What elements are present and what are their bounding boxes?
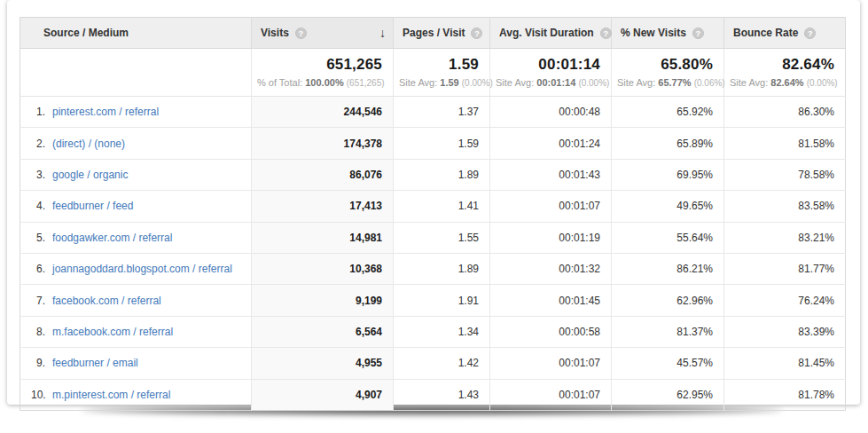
column-header-percent-new-visits[interactable]: % New Visits ? — [612, 18, 724, 49]
total-visits-subline: % of Total: 100.00% (651,265) — [257, 77, 382, 88]
totals-empty-cell — [20, 49, 252, 97]
row-rank: 7. — [31, 295, 45, 307]
row-rank: 9. — [31, 357, 45, 369]
total-bounce-subline: Site Avg: 82.64% (0.00%) — [730, 77, 834, 88]
source-medium-link[interactable]: google / organic — [52, 169, 128, 181]
table-row: 9.feedburner / email 4,955 1.42 00:01:07… — [20, 348, 846, 379]
row-rank: 5. — [31, 232, 45, 244]
table-row: 7.facebook.com / referral 9,199 1.91 00:… — [20, 285, 846, 316]
source-medium-link[interactable]: facebook.com / referral — [52, 295, 161, 307]
table-header-row: Source / Medium Visits ? ↓ Pages / Visit… — [20, 18, 846, 49]
pages-per-visit-value: 1.89 — [394, 159, 490, 190]
total-pages-subline: Site Avg: 1.59 (0.00%) — [399, 77, 479, 88]
bounce-rate-value: 83.58% — [724, 191, 846, 222]
avg-visit-duration-value: 00:01:32 — [490, 253, 612, 284]
pages-per-visit-value: 1.34 — [394, 316, 490, 347]
bounce-rate-value: 81.58% — [724, 128, 846, 159]
column-header-source-medium[interactable]: Source / Medium — [20, 18, 252, 49]
pages-per-visit-value: 1.37 — [394, 97, 490, 128]
total-pages-value: 1.59 — [399, 56, 479, 74]
help-icon[interactable]: ? — [600, 28, 612, 39]
percent-new-visits-value: 86.21% — [612, 253, 724, 284]
bounce-rate-value: 86.30% — [724, 97, 846, 128]
table-row: 2.(direct) / (none) 174,378 1.59 00:01:2… — [20, 128, 846, 159]
source-medium-table: Source / Medium Visits ? ↓ Pages / Visit… — [20, 17, 846, 411]
avg-visit-duration-value: 00:01:45 — [490, 285, 612, 316]
percent-new-visits-value: 62.95% — [612, 379, 724, 410]
percent-new-visits-value: 55.64% — [612, 222, 724, 253]
total-visits-value: 651,265 — [257, 56, 382, 74]
report-card: Source / Medium Visits ? ↓ Pages / Visit… — [7, 0, 860, 405]
total-bounce-value: 82.64% — [730, 56, 834, 74]
column-header-avg-visit-duration[interactable]: Avg. Visit Duration ? — [490, 18, 612, 49]
row-rank: 2. — [31, 138, 45, 150]
avg-visit-duration-value: 00:01:07 — [490, 379, 612, 410]
column-label: % New Visits — [621, 27, 686, 39]
avg-visit-duration-value: 00:00:48 — [490, 97, 612, 128]
help-icon[interactable]: ? — [471, 28, 482, 39]
table-row: 5.foodgawker.com / referral 14,981 1.55 … — [20, 222, 846, 253]
totals-row: 651,265 % of Total: 100.00% (651,265) 1.… — [20, 49, 846, 97]
column-label: Source / Medium — [43, 27, 129, 39]
help-icon[interactable]: ? — [692, 28, 704, 39]
avg-visit-duration-value: 00:00:58 — [490, 316, 612, 347]
row-rank: 8. — [31, 326, 45, 338]
pages-per-visit-value: 1.43 — [394, 379, 490, 410]
source-medium-link[interactable]: m.facebook.com / referral — [52, 326, 173, 338]
pages-per-visit-value: 1.41 — [394, 191, 490, 222]
pages-per-visit-value: 1.55 — [394, 222, 490, 253]
totals-new-visits-cell: 65.80% Site Avg: 65.77% (0.06%) — [612, 49, 724, 97]
table-row: 6.joannagoddard.blogspot.com / referral … — [20, 253, 846, 284]
bounce-rate-value: 81.77% — [724, 253, 846, 284]
visits-value: 9,199 — [252, 285, 394, 316]
pages-per-visit-value: 1.59 — [394, 128, 490, 159]
column-header-pages-per-visit[interactable]: Pages / Visit ? — [394, 18, 490, 49]
row-rank: 4. — [31, 200, 45, 212]
visits-value: 17,413 — [252, 191, 394, 222]
column-label: Avg. Visit Duration — [499, 27, 594, 39]
totals-bounce-cell: 82.64% Site Avg: 82.64% (0.00%) — [724, 49, 846, 97]
pages-per-visit-value: 1.89 — [394, 253, 490, 284]
column-label: Visits — [261, 27, 289, 39]
visits-value: 174,378 — [252, 128, 394, 159]
pages-per-visit-value: 1.42 — [394, 348, 490, 379]
row-rank: 6. — [31, 263, 45, 275]
source-medium-link[interactable]: feedburner / email — [52, 357, 138, 369]
visits-value: 86,076 — [252, 159, 394, 190]
source-medium-link[interactable]: foodgawker.com / referral — [52, 232, 172, 244]
column-header-bounce-rate[interactable]: Bounce Rate ? — [724, 18, 846, 49]
total-new-visits-value: 65.80% — [617, 56, 713, 74]
totals-pages-cell: 1.59 Site Avg: 1.59 (0.00%) — [394, 49, 490, 97]
percent-new-visits-value: 65.89% — [612, 128, 724, 159]
help-icon[interactable]: ? — [804, 28, 816, 39]
percent-new-visits-value: 49.65% — [612, 191, 724, 222]
totals-duration-cell: 00:01:14 Site Avg: 00:01:14 (0.00%) — [490, 49, 612, 97]
source-medium-link[interactable]: feedburner / feed — [52, 200, 133, 212]
bounce-rate-value: 83.39% — [724, 316, 846, 347]
percent-new-visits-value: 69.95% — [612, 159, 724, 190]
avg-visit-duration-value: 00:01:43 — [490, 159, 612, 190]
column-label: Pages / Visit — [403, 27, 465, 39]
table-row: 10.m.pinterest.com / referral 4,907 1.43… — [20, 379, 846, 410]
total-new-visits-subline: Site Avg: 65.77% (0.06%) — [617, 77, 713, 88]
help-icon[interactable]: ? — [295, 28, 307, 39]
visits-value: 14,981 — [252, 222, 394, 253]
bounce-rate-value: 81.45% — [724, 348, 846, 379]
table-row: 4.feedburner / feed 17,413 1.41 00:01:07… — [20, 191, 846, 222]
analytics-table-screenshot: Source / Medium Visits ? ↓ Pages / Visit… — [0, 0, 868, 433]
row-rank: 10. — [31, 389, 45, 401]
source-medium-link[interactable]: pinterest.com / referral — [52, 106, 159, 118]
row-rank: 3. — [31, 169, 45, 181]
source-medium-link[interactable]: m.pinterest.com / referral — [52, 389, 170, 401]
sort-descending-icon: ↓ — [379, 26, 386, 40]
bounce-rate-value: 78.58% — [724, 159, 846, 190]
total-duration-value: 00:01:14 — [496, 56, 600, 74]
percent-new-visits-value: 81.37% — [612, 316, 724, 347]
source-medium-link[interactable]: (direct) / (none) — [52, 138, 125, 150]
table-row: 3.google / organic 86,076 1.89 00:01:43 … — [20, 159, 846, 190]
bounce-rate-value: 81.78% — [724, 379, 846, 410]
avg-visit-duration-value: 00:01:07 — [490, 348, 612, 379]
bounce-rate-value: 76.24% — [724, 285, 846, 316]
column-header-visits[interactable]: Visits ? ↓ — [252, 18, 394, 49]
source-medium-link[interactable]: joannagoddard.blogspot.com / referral — [52, 263, 232, 275]
